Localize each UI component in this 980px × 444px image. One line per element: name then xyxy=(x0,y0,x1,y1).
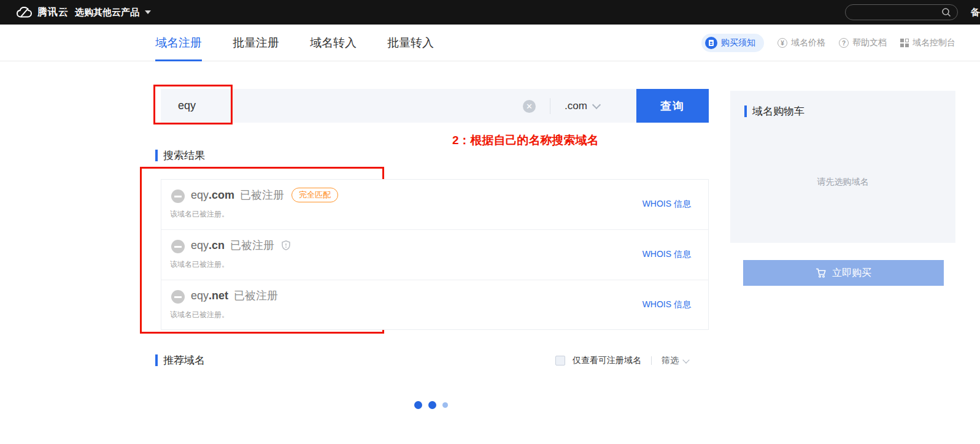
grid-icon xyxy=(900,39,909,47)
carousel-dots xyxy=(414,401,448,409)
result-title: eqy .com 已被注册 完全匹配 xyxy=(191,188,338,202)
domain-status: 已被注册 xyxy=(234,288,278,303)
section-accent-bar xyxy=(155,150,158,161)
whois-link[interactable]: WHOIS 信息 xyxy=(642,249,691,260)
whois-link[interactable]: WHOIS 信息 xyxy=(642,299,691,310)
registrable-only-checkbox[interactable] xyxy=(555,356,565,366)
domain-tld: .net xyxy=(209,289,228,302)
help-docs-label: 帮助文档 xyxy=(852,37,887,48)
query-button[interactable]: 查询 xyxy=(636,89,709,123)
result-row-eqy-com: eqy .com 已被注册 完全匹配 该域名已被注册。 WHOIS 信息 xyxy=(161,180,708,230)
tab-batch-register[interactable]: 批量注册 xyxy=(233,25,279,61)
domain-cart-panel: 域名购物车 请先选购域名 xyxy=(730,91,955,243)
topbar-partial-menu-item[interactable]: 备 xyxy=(971,7,980,18)
tab-bar: 域名注册 批量注册 域名转入 批量转入 xyxy=(155,25,434,61)
search-divider xyxy=(550,98,550,114)
annotation-step-text: 2：根据自己的名称搜索域名 xyxy=(452,132,599,148)
annotation-box-search-input xyxy=(153,85,233,124)
search-results-panel: eqy .com 已被注册 完全匹配 该域名已被注册。 WHOIS 信息 eqy… xyxy=(161,179,709,330)
result-title: eqy .net 已被注册 xyxy=(191,288,278,303)
recommend-filter-row: 仅查看可注册域名 筛选 xyxy=(555,355,689,366)
result-note: 该域名已被注册。 xyxy=(170,259,229,270)
domain-prefix: eqy xyxy=(191,239,209,252)
recommend-section-title: 推荐域名 xyxy=(155,353,205,367)
nav-links: 购买须知 ¥ 域名价格 ? 帮助文档 域名控制台 xyxy=(701,25,955,61)
filter-dropdown[interactable]: 筛选 xyxy=(662,355,689,366)
filter-divider xyxy=(651,356,652,365)
tab-domain-transfer-in[interactable]: 域名转入 xyxy=(310,25,357,61)
topbar-search[interactable] xyxy=(845,4,958,20)
result-row-eqy-net: eqy .net 已被注册 该域名已被注册。 WHOIS 信息 xyxy=(161,280,708,331)
domain-status: 已被注册 xyxy=(240,188,284,202)
result-title: eqy .cn 已被注册 xyxy=(191,238,291,253)
topbar-products-menu-label: 选购其他云产品 xyxy=(75,7,139,18)
page: 腾讯云 选购其他云产品 备 域名注册 批量注册 域名转入 批量转入 xyxy=(0,0,980,444)
minus-circle-icon xyxy=(171,240,185,253)
domain-console-label: 域名控制台 xyxy=(912,37,955,48)
buy-now-button[interactable]: 立即购买 xyxy=(743,260,944,286)
domain-prefix: eqy xyxy=(191,289,209,302)
topbar-divider xyxy=(64,7,65,17)
topbar-search-input[interactable] xyxy=(853,6,939,19)
tld-select[interactable]: .com xyxy=(565,89,600,123)
exact-match-badge: 完全匹配 xyxy=(291,188,338,202)
buy-now-label: 立即购买 xyxy=(832,267,871,280)
topbar-products-menu[interactable]: 选购其他云产品 xyxy=(75,0,151,25)
purchase-notice-label: 购买须知 xyxy=(721,37,755,48)
notice-icon xyxy=(705,37,717,49)
tencent-cloud-logo-icon xyxy=(16,7,33,18)
section-accent-bar xyxy=(744,105,747,117)
domain-console-link[interactable]: 域名控制台 xyxy=(900,37,955,48)
tab-batch-transfer-in[interactable]: 批量转入 xyxy=(387,25,434,61)
results-title-text: 搜索结果 xyxy=(163,148,205,163)
chevron-down-icon xyxy=(145,10,151,14)
minus-circle-icon xyxy=(171,189,185,203)
search-icon[interactable] xyxy=(941,7,951,17)
domain-status: 已被注册 xyxy=(230,238,274,253)
result-row-eqy-cn: eqy .cn 已被注册 该域名已被注册。 WHOIS 信息 xyxy=(161,230,708,280)
minus-circle-icon xyxy=(171,290,185,304)
domain-tld: .com xyxy=(209,189,234,202)
result-note: 该域名已被注册。 xyxy=(170,310,229,320)
topbar: 腾讯云 选购其他云产品 备 xyxy=(0,0,980,25)
results-section-title: 搜索结果 xyxy=(155,148,205,163)
chevron-down-icon xyxy=(682,356,689,363)
chevron-down-icon xyxy=(592,100,601,109)
cart-title: 域名购物车 xyxy=(744,104,804,118)
help-docs-link[interactable]: ? 帮助文档 xyxy=(839,37,887,48)
result-note: 该域名已被注册。 xyxy=(170,209,229,220)
shield-icon xyxy=(280,240,291,251)
carousel-dot-1[interactable] xyxy=(414,401,422,409)
carousel-dot-3[interactable] xyxy=(442,402,448,408)
tab-domain-register[interactable]: 域名注册 xyxy=(155,25,202,61)
cart-icon xyxy=(816,268,827,278)
domain-price-label: 域名价格 xyxy=(791,37,825,48)
whois-link[interactable]: WHOIS 信息 xyxy=(642,199,691,210)
cart-title-text: 域名购物车 xyxy=(752,104,804,118)
brand[interactable]: 腾讯云 xyxy=(16,0,69,25)
cart-empty-text: 请先选购域名 xyxy=(730,177,955,188)
clear-input-icon[interactable]: ✕ xyxy=(523,100,536,113)
section-accent-bar xyxy=(155,354,158,366)
purchase-notice-link[interactable]: 购买须知 xyxy=(701,34,764,52)
filter-dropdown-label: 筛选 xyxy=(662,355,679,366)
navbar: 域名注册 批量注册 域名转入 批量转入 购买须知 ¥ 域名价格 ? 帮助文档 域… xyxy=(0,25,980,61)
yen-circle-icon: ¥ xyxy=(777,38,787,48)
domain-price-link[interactable]: ¥ 域名价格 xyxy=(777,37,825,48)
domain-tld: .cn xyxy=(209,239,225,252)
domain-prefix: eqy xyxy=(191,189,209,202)
carousel-dot-2[interactable] xyxy=(428,401,436,409)
tld-selected-value: .com xyxy=(565,100,587,112)
recommend-title-text: 推荐域名 xyxy=(163,353,205,367)
question-circle-icon: ? xyxy=(839,38,849,48)
registrable-only-label: 仅查看可注册域名 xyxy=(573,355,641,366)
